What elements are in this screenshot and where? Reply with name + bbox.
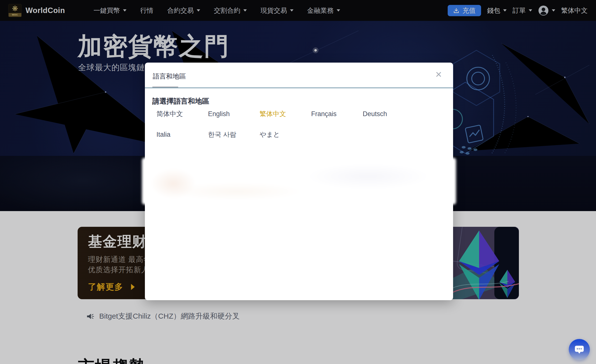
language-option-zh-hans[interactable]: 简体中文 xyxy=(152,110,204,118)
modal-header: 語言和地區 × xyxy=(145,63,453,88)
language-option-zh-hant-selected[interactable]: 繁体中文 xyxy=(255,110,307,118)
active-tab-indicator xyxy=(152,86,178,88)
page: ❋ WDC WorldCoin 一鍵買幣 行情 合約交易 交割合約 現貨交易 xyxy=(0,0,596,364)
chat-bubble-icon xyxy=(573,344,585,355)
language-option-italian[interactable]: Italia xyxy=(152,130,204,139)
language-option-german[interactable]: Deutsch xyxy=(359,110,410,118)
chat-button[interactable] xyxy=(569,339,590,360)
language-region-modal: 語言和地區 × 請選擇語言和地區 简体中文 English 繁体中文 Franç… xyxy=(145,63,453,300)
language-option-french[interactable]: Français xyxy=(307,110,359,118)
language-option-japanese[interactable]: やまと xyxy=(255,130,307,139)
language-options-grid: 简体中文 English 繁体中文 Français Deutsch Itali… xyxy=(152,110,410,139)
language-option-korean[interactable]: 한국 사람 xyxy=(204,130,255,139)
blurred-region-content xyxy=(142,158,456,204)
close-icon[interactable]: × xyxy=(435,69,442,80)
modal-title: 語言和地區 xyxy=(153,72,186,81)
language-section-heading: 請選擇語言和地區 xyxy=(152,96,209,106)
language-option-english[interactable]: English xyxy=(204,110,255,118)
